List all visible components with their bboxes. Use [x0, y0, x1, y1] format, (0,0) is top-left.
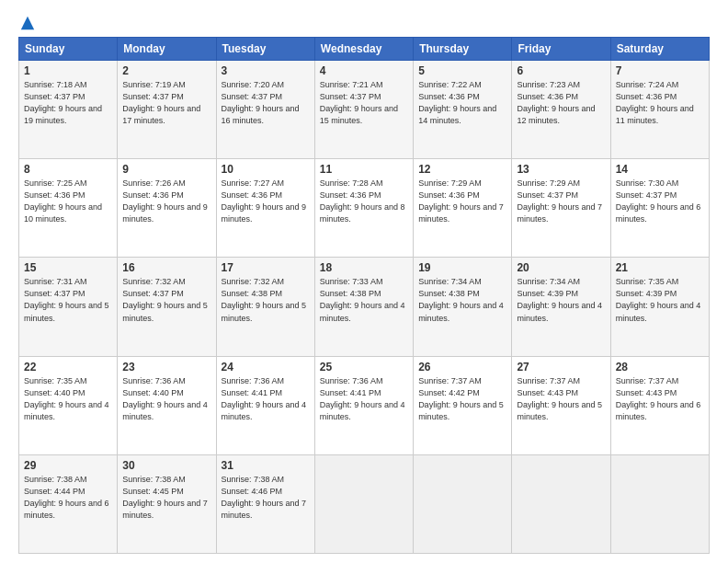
calendar-cell: 6Sunrise: 7:23 AM Sunset: 4:36 PM Daylig…	[512, 61, 610, 159]
day-detail: Sunrise: 7:20 AM Sunset: 4:37 PM Dayligh…	[222, 79, 310, 127]
calendar-cell	[610, 454, 709, 553]
calendar-cell: 20Sunrise: 7:34 AM Sunset: 4:39 PM Dayli…	[512, 258, 610, 356]
calendar-week-5: 29Sunrise: 7:38 AM Sunset: 4:44 PM Dayli…	[19, 454, 710, 553]
calendar-cell: 25Sunrise: 7:36 AM Sunset: 4:41 PM Dayli…	[314, 356, 413, 454]
day-detail: Sunrise: 7:18 AM Sunset: 4:37 PM Dayligh…	[24, 79, 112, 127]
day-number: 13	[517, 163, 605, 176]
day-detail: Sunrise: 7:36 AM Sunset: 4:41 PM Dayligh…	[222, 375, 310, 423]
day-detail: Sunrise: 7:37 AM Sunset: 4:42 PM Dayligh…	[418, 375, 506, 423]
day-detail: Sunrise: 7:21 AM Sunset: 4:37 PM Dayligh…	[320, 79, 408, 127]
day-detail: Sunrise: 7:33 AM Sunset: 4:38 PM Dayligh…	[320, 276, 408, 324]
day-detail: Sunrise: 7:36 AM Sunset: 4:40 PM Dayligh…	[122, 375, 210, 423]
calendar-cell: 1Sunrise: 7:18 AM Sunset: 4:37 PM Daylig…	[19, 61, 118, 159]
calendar-cell: 19Sunrise: 7:34 AM Sunset: 4:38 PM Dayli…	[414, 258, 512, 356]
calendar-cell: 14Sunrise: 7:30 AM Sunset: 4:37 PM Dayli…	[610, 159, 709, 258]
day-detail: Sunrise: 7:38 AM Sunset: 4:46 PM Dayligh…	[222, 474, 310, 522]
calendar-cell: 27Sunrise: 7:37 AM Sunset: 4:43 PM Dayli…	[512, 356, 610, 454]
calendar-cell: 10Sunrise: 7:27 AM Sunset: 4:36 PM Dayli…	[216, 159, 314, 258]
calendar-cell: 21Sunrise: 7:35 AM Sunset: 4:39 PM Dayli…	[610, 258, 709, 356]
calendar-cell: 30Sunrise: 7:38 AM Sunset: 4:45 PM Dayli…	[118, 454, 216, 553]
day-number: 30	[122, 459, 210, 472]
calendar-week-4: 22Sunrise: 7:35 AM Sunset: 4:40 PM Dayli…	[19, 356, 710, 454]
calendar-cell: 11Sunrise: 7:28 AM Sunset: 4:36 PM Dayli…	[314, 159, 413, 258]
day-number: 27	[517, 361, 605, 373]
day-number: 25	[320, 361, 408, 373]
calendar-header-thursday: Thursday	[414, 38, 512, 61]
day-detail: Sunrise: 7:23 AM Sunset: 4:36 PM Dayligh…	[517, 79, 605, 127]
calendar-cell: 28Sunrise: 7:37 AM Sunset: 4:43 PM Dayli…	[610, 356, 709, 454]
day-number: 17	[222, 261, 310, 274]
calendar-cell: 15Sunrise: 7:31 AM Sunset: 4:37 PM Dayli…	[19, 258, 118, 356]
day-detail: Sunrise: 7:24 AM Sunset: 4:36 PM Dayligh…	[616, 79, 704, 127]
day-number: 3	[222, 64, 310, 77]
calendar-cell: 22Sunrise: 7:35 AM Sunset: 4:40 PM Dayli…	[19, 356, 118, 454]
day-number: 10	[222, 163, 310, 176]
calendar-cell	[314, 454, 413, 553]
day-number: 5	[418, 64, 506, 77]
day-detail: Sunrise: 7:22 AM Sunset: 4:36 PM Dayligh…	[418, 79, 506, 127]
calendar-cell: 12Sunrise: 7:29 AM Sunset: 4:36 PM Dayli…	[414, 159, 512, 258]
day-detail: Sunrise: 7:38 AM Sunset: 4:45 PM Dayligh…	[122, 474, 210, 522]
day-number: 2	[122, 64, 210, 77]
day-number: 12	[418, 163, 506, 176]
day-detail: Sunrise: 7:34 AM Sunset: 4:39 PM Dayligh…	[517, 276, 605, 324]
calendar-header-wednesday: Wednesday	[314, 38, 413, 61]
calendar-cell: 26Sunrise: 7:37 AM Sunset: 4:42 PM Dayli…	[414, 356, 512, 454]
day-detail: Sunrise: 7:19 AM Sunset: 4:37 PM Dayligh…	[122, 79, 210, 127]
day-number: 15	[24, 261, 112, 274]
calendar-cell: 29Sunrise: 7:38 AM Sunset: 4:44 PM Dayli…	[19, 454, 118, 553]
day-number: 1	[24, 64, 112, 77]
day-number: 4	[320, 64, 408, 77]
logo	[18, 15, 36, 28]
calendar-cell: 7Sunrise: 7:24 AM Sunset: 4:36 PM Daylig…	[610, 61, 709, 159]
logo-icon	[19, 15, 36, 31]
day-number: 24	[222, 361, 310, 373]
calendar-cell: 3Sunrise: 7:20 AM Sunset: 4:37 PM Daylig…	[216, 61, 314, 159]
day-detail: Sunrise: 7:31 AM Sunset: 4:37 PM Dayligh…	[24, 276, 112, 324]
calendar-cell: 24Sunrise: 7:36 AM Sunset: 4:41 PM Dayli…	[216, 356, 314, 454]
day-detail: Sunrise: 7:26 AM Sunset: 4:36 PM Dayligh…	[122, 178, 210, 225]
day-number: 26	[418, 361, 506, 373]
day-number: 20	[517, 261, 605, 274]
day-number: 16	[122, 261, 210, 274]
day-number: 29	[24, 459, 112, 472]
calendar-header-saturday: Saturday	[610, 38, 709, 61]
logo-text	[18, 15, 36, 31]
calendar-week-1: 1Sunrise: 7:18 AM Sunset: 4:37 PM Daylig…	[19, 61, 710, 159]
calendar-cell: 9Sunrise: 7:26 AM Sunset: 4:36 PM Daylig…	[118, 159, 216, 258]
day-detail: Sunrise: 7:34 AM Sunset: 4:38 PM Dayligh…	[418, 276, 506, 324]
day-number: 18	[320, 261, 408, 274]
calendar-cell: 16Sunrise: 7:32 AM Sunset: 4:37 PM Dayli…	[118, 258, 216, 356]
calendar-cell: 5Sunrise: 7:22 AM Sunset: 4:36 PM Daylig…	[414, 61, 512, 159]
day-detail: Sunrise: 7:29 AM Sunset: 4:37 PM Dayligh…	[517, 178, 605, 225]
svg-marker-0	[21, 17, 34, 29]
day-detail: Sunrise: 7:30 AM Sunset: 4:37 PM Dayligh…	[616, 178, 704, 225]
calendar-week-3: 15Sunrise: 7:31 AM Sunset: 4:37 PM Dayli…	[19, 258, 710, 356]
calendar-cell: 2Sunrise: 7:19 AM Sunset: 4:37 PM Daylig…	[118, 61, 216, 159]
day-number: 7	[616, 64, 704, 77]
page: SundayMondayTuesdayWednesdayThursdayFrid…	[0, 0, 728, 563]
calendar-header-friday: Friday	[512, 38, 610, 61]
calendar-header-row: SundayMondayTuesdayWednesdayThursdayFrid…	[19, 38, 710, 61]
day-number: 6	[517, 64, 605, 77]
day-detail: Sunrise: 7:28 AM Sunset: 4:36 PM Dayligh…	[320, 178, 408, 225]
day-detail: Sunrise: 7:25 AM Sunset: 4:36 PM Dayligh…	[24, 178, 112, 225]
header	[18, 15, 710, 28]
calendar: SundayMondayTuesdayWednesdayThursdayFrid…	[18, 37, 710, 554]
calendar-header-sunday: Sunday	[19, 38, 118, 61]
calendar-cell: 4Sunrise: 7:21 AM Sunset: 4:37 PM Daylig…	[314, 61, 413, 159]
day-number: 9	[122, 163, 210, 176]
calendar-header-tuesday: Tuesday	[216, 38, 314, 61]
day-number: 21	[616, 261, 704, 274]
day-detail: Sunrise: 7:35 AM Sunset: 4:40 PM Dayligh…	[24, 375, 112, 423]
day-number: 14	[616, 163, 704, 176]
day-detail: Sunrise: 7:37 AM Sunset: 4:43 PM Dayligh…	[517, 375, 605, 423]
day-number: 11	[320, 163, 408, 176]
day-detail: Sunrise: 7:36 AM Sunset: 4:41 PM Dayligh…	[320, 375, 408, 423]
calendar-cell: 18Sunrise: 7:33 AM Sunset: 4:38 PM Dayli…	[314, 258, 413, 356]
day-detail: Sunrise: 7:27 AM Sunset: 4:36 PM Dayligh…	[222, 178, 310, 225]
day-detail: Sunrise: 7:35 AM Sunset: 4:39 PM Dayligh…	[616, 276, 704, 324]
calendar-cell: 8Sunrise: 7:25 AM Sunset: 4:36 PM Daylig…	[19, 159, 118, 258]
day-detail: Sunrise: 7:32 AM Sunset: 4:37 PM Dayligh…	[122, 276, 210, 324]
calendar-body: 1Sunrise: 7:18 AM Sunset: 4:37 PM Daylig…	[19, 61, 710, 554]
